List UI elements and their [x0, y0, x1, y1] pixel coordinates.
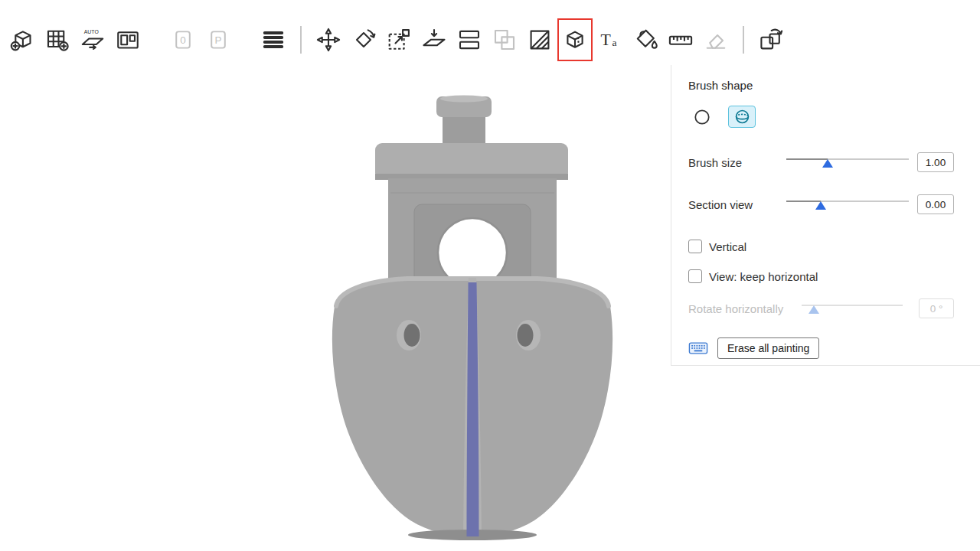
- benchy-hawse-left: [404, 324, 420, 347]
- brush-size-slider[interactable]: [786, 155, 909, 169]
- shortcuts-keyboard-icon[interactable]: [688, 341, 708, 356]
- keep-horizontal-checkbox-row[interactable]: View: keep horizontal: [688, 269, 954, 283]
- rotate-value: 0 °: [919, 298, 954, 318]
- brush-shape-label: Brush shape: [688, 79, 753, 92]
- seam-painting-panel: Brush shape Brush size: [671, 65, 980, 366]
- brush-size-thumb[interactable]: [822, 159, 833, 168]
- vertical-checkbox[interactable]: [688, 240, 702, 253]
- vertical-checkbox-row[interactable]: Vertical: [688, 240, 954, 253]
- keep-horizontal-checkbox[interactable]: [688, 269, 702, 283]
- rotate-horizontally-label: Rotate horizontally: [688, 302, 802, 315]
- section-view-slider[interactable]: [786, 197, 909, 211]
- app-window: AUTO 0 P: [0, 0, 980, 551]
- benchy-hawse-right: [518, 324, 534, 347]
- brush-size-value[interactable]: 1.00: [917, 152, 954, 172]
- vertical-label: Vertical: [709, 240, 746, 253]
- keep-horizontal-label: View: keep horizontal: [709, 270, 818, 283]
- circle-brush-icon: [693, 108, 711, 126]
- rotate-thumb: [808, 305, 819, 314]
- keyboard-icon: [688, 341, 708, 356]
- brush-size-fill: [786, 158, 828, 160]
- sphere-brush-icon: [733, 108, 751, 126]
- brush-size-label: Brush size: [688, 156, 786, 169]
- erase-all-painting-button[interactable]: Erase all painting: [717, 337, 819, 359]
- section-view-value[interactable]: 0.00: [917, 194, 954, 214]
- rotate-horizontally-slider: [802, 302, 903, 315]
- seam-stripe: [467, 282, 479, 536]
- section-view-thumb[interactable]: [815, 201, 826, 210]
- brush-shape-circle-option[interactable]: [688, 106, 716, 128]
- section-view-label: Section view: [688, 198, 786, 211]
- brush-shape-sphere-option[interactable]: [728, 106, 756, 128]
